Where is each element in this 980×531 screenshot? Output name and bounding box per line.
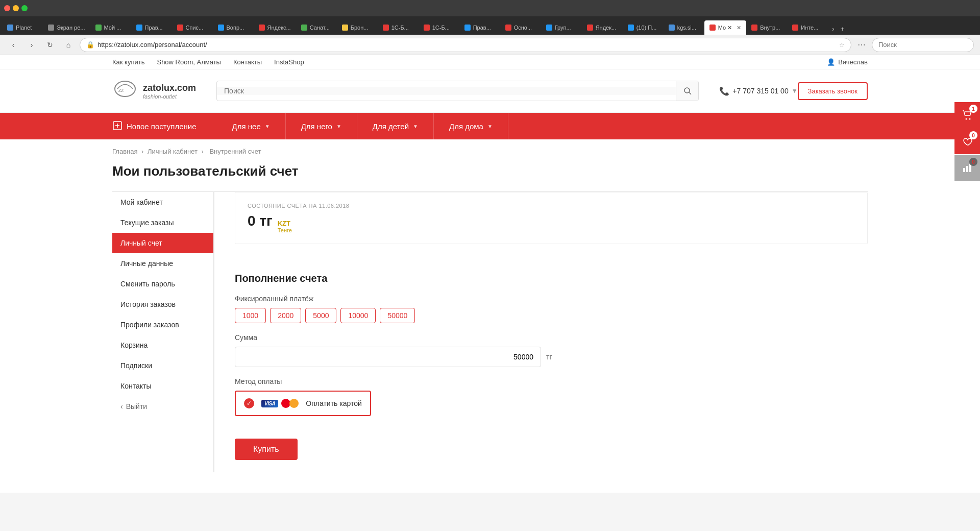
topbar-link-showroom[interactable]: Show Room, Алматы: [157, 58, 220, 66]
tab-inte[interactable]: Инте...: [787, 20, 828, 35]
sidebar-item-personal-data[interactable]: Личные данные: [112, 253, 213, 274]
tab-label-vopr: Вопр...: [227, 25, 244, 31]
float-cart-btn[interactable]: 1: [954, 102, 980, 128]
sidebar-item-cart[interactable]: Корзина: [112, 335, 213, 355]
fixed-amounts-group: 1000 2000 5000 10000 50000: [235, 308, 868, 323]
site-header: ZZ zatolux.com fashion-outlet 📞 +7 707 3…: [0, 69, 980, 113]
tab-vnutr[interactable]: Внутр...: [746, 20, 787, 35]
float-wishlist-btn[interactable]: 0: [954, 129, 980, 154]
header-search[interactable]: [216, 81, 699, 101]
sidebar-item-contacts[interactable]: Контакты: [112, 376, 213, 396]
tab-moi[interactable]: Мой ...: [90, 20, 131, 35]
tab-favicon-1cb1: [383, 25, 389, 31]
sidebar-item-order-history[interactable]: История заказов: [112, 294, 213, 315]
tab-planet[interactable]: Planet: [2, 20, 43, 35]
tab-label-moi: Мой ...: [104, 25, 121, 31]
balance-amount: 0: [248, 213, 256, 229]
breadcrumb-current: Внутренний счет: [209, 148, 261, 155]
header-search-button[interactable]: [676, 81, 698, 101]
close-window-btn[interactable]: [4, 5, 10, 11]
phone-icon: 📞: [719, 86, 729, 96]
sidebar-item-cabinet[interactable]: Мой кабинет: [112, 192, 213, 212]
sidebar-logout-btn[interactable]: ‹ Выйти: [112, 396, 213, 417]
nav-item-for-home[interactable]: Для дома ▼: [434, 113, 508, 139]
tab-favicon-mo: [709, 25, 716, 31]
topbar-link-instashop[interactable]: InstaShop: [274, 58, 304, 66]
tab-favicon-screen: [48, 25, 54, 31]
sum-input[interactable]: [235, 347, 541, 367]
tab-favicon-prav: [136, 25, 142, 31]
tab-mo-active[interactable]: Мо ✕ ✕: [704, 20, 746, 35]
tab-prav2[interactable]: Прав...: [459, 20, 500, 35]
float-compare-btn[interactable]: 0: [954, 155, 980, 181]
sidebar-item-personal-account[interactable]: Личный счет: [112, 233, 213, 253]
tab-1cb2[interactable]: 1C-Б...: [419, 20, 459, 35]
sidebar-item-change-password[interactable]: Сменить пароль: [112, 274, 213, 294]
browser-search-input[interactable]: [872, 38, 974, 52]
buy-button[interactable]: Купить: [235, 439, 298, 460]
payment-option-card[interactable]: ✓ VISA Оплатить картой: [235, 391, 371, 416]
logo-area[interactable]: ZZ zatolux.com fashion-outlet: [112, 78, 196, 104]
amount-btn-1000[interactable]: 1000: [235, 308, 266, 323]
tab-label-1cb2: 1C-Б...: [432, 25, 450, 31]
breadcrumb-cabinet[interactable]: Личный кабинет: [148, 148, 198, 155]
tab-grup[interactable]: Груп...: [541, 20, 582, 35]
header-search-input[interactable]: [217, 87, 676, 95]
amount-btn-5000[interactable]: 5000: [305, 308, 336, 323]
url-text: https://zatolux.com/personal/account/: [97, 41, 836, 49]
tab-kgs[interactable]: kgs.si...: [664, 20, 704, 35]
header-phone: 📞 +7 707 315 01 00 ▼: [719, 86, 797, 96]
address-bar[interactable]: 🔒 https://zatolux.com/personal/account/ …: [80, 38, 851, 52]
phone-chevron: ▼: [792, 87, 798, 94]
tab-10p[interactable]: (10) П...: [623, 20, 664, 35]
more-tabs-btn[interactable]: ›: [830, 23, 836, 35]
topbar-link-contacts[interactable]: Контакты: [233, 58, 262, 66]
tab-bron[interactable]: Брон...: [337, 20, 378, 35]
tab-favicon-osno: [505, 25, 511, 31]
order-call-button[interactable]: Заказать звонок: [798, 82, 868, 100]
chevron-down-icon-her: ▼: [265, 124, 270, 129]
tab-screen[interactable]: Экран ре...: [43, 20, 90, 35]
tab-osno[interactable]: Осно...: [500, 20, 541, 35]
search-icon: [683, 87, 692, 95]
compare-badge: 0: [969, 158, 977, 166]
topbar-user[interactable]: 👤 Вячеслав: [827, 58, 868, 66]
amount-btn-50000[interactable]: 50000: [380, 308, 415, 323]
tab-close-btn[interactable]: ✕: [737, 25, 741, 31]
maximize-window-btn[interactable]: [21, 5, 28, 11]
tab-yndx[interactable]: Яндек...: [582, 20, 623, 35]
breadcrumb-home[interactable]: Главная: [112, 148, 137, 155]
add-tab-btn[interactable]: +: [838, 23, 846, 35]
tab-prav[interactable]: Прав...: [131, 20, 172, 35]
tab-spis[interactable]: Спис...: [172, 20, 213, 35]
nav-item-for-her[interactable]: Для нее ▼: [217, 113, 286, 139]
amount-btn-10000[interactable]: 10000: [340, 308, 376, 323]
tab-favicon-10p: [628, 25, 634, 31]
topbar-link-how-to-buy[interactable]: Как купить: [112, 58, 144, 66]
sidebar-item-order-profiles[interactable]: Профили заказов: [112, 315, 213, 335]
sidebar-item-current-orders[interactable]: Текущие заказы: [112, 212, 213, 233]
tab-vopr[interactable]: Вопр...: [213, 20, 254, 35]
nav-new-arrivals[interactable]: Новое поступление: [112, 120, 197, 132]
minimize-window-btn[interactable]: [13, 5, 19, 11]
back-btn[interactable]: ‹: [6, 38, 20, 52]
forward-btn[interactable]: ›: [24, 38, 39, 52]
menu-dots-btn[interactable]: ⋯: [855, 38, 868, 52]
chevron-down-icon-him: ▼: [336, 124, 341, 129]
tab-sanat[interactable]: Санат...: [296, 20, 337, 35]
nav-item-for-kids[interactable]: Для детей ▼: [357, 113, 434, 139]
amount-btn-2000[interactable]: 2000: [270, 308, 301, 323]
tab-yandex[interactable]: Яндекс...: [254, 20, 296, 35]
home-btn[interactable]: ⌂: [61, 38, 76, 52]
logo-name: zatolux.com: [143, 83, 196, 93]
nav-item-for-him[interactable]: Для него ▼: [286, 113, 357, 139]
tab-label-prav: Прав...: [145, 25, 163, 31]
tab-1cb1[interactable]: 1C-Б...: [378, 20, 419, 35]
float-sidebar: 1 0 0: [954, 102, 980, 181]
bookmark-icon[interactable]: ☆: [839, 41, 845, 49]
tab-label-1cb1: 1C-Б...: [391, 25, 409, 31]
fixed-payment-label: Фиксированный платёж: [235, 295, 868, 303]
reload-btn[interactable]: ↻: [43, 38, 57, 52]
sum-suffix: тг: [546, 353, 552, 361]
sidebar-item-subscriptions[interactable]: Подписки: [112, 355, 213, 376]
